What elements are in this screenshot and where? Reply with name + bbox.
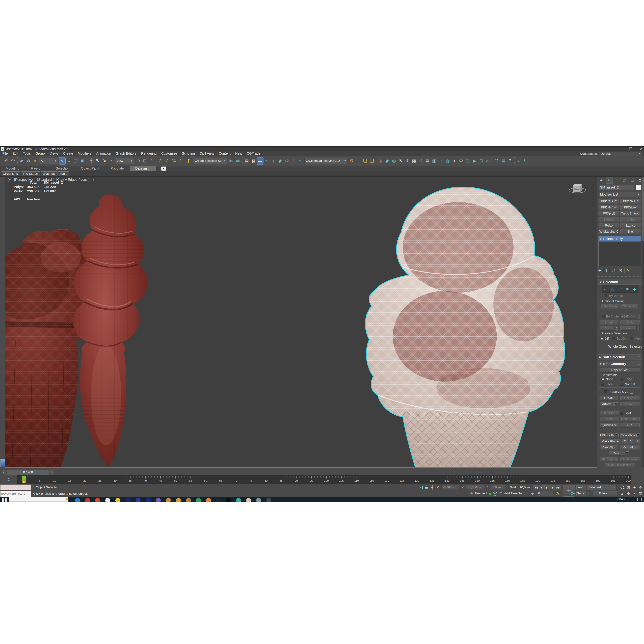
undo-icon[interactable]: ↶: [3, 157, 10, 165]
ribbon-subtab-direct-link[interactable]: Direct Link: [1, 171, 20, 176]
ribbon-tab-datasmith[interactable]: Datasmith: [130, 166, 156, 171]
taskbar-app-icon[interactable]: [75, 498, 80, 502]
modifier-button-extrude[interactable]: Extrude: [599, 217, 619, 222]
moon-icon[interactable]: ☾: [522, 157, 529, 165]
taskbar-app-icon[interactable]: [95, 498, 100, 502]
modifier-button-ffd-2x2x2[interactable]: FFD 2x2x2: [599, 199, 619, 204]
time-slider-value[interactable]: 0 / 200: [7, 470, 49, 475]
play-button[interactable]: ▶: [544, 485, 550, 490]
attach-settings-button[interactable]: [614, 402, 618, 406]
select-and-place-icon[interactable]: ◔: [108, 157, 115, 165]
modifier-button-relax[interactable]: Relax: [599, 223, 619, 228]
menu-cgtrader[interactable]: CGTrader: [245, 152, 264, 155]
grid-align-button[interactable]: Grid Align: [620, 445, 640, 450]
ring-button[interactable]: Ring: [600, 326, 614, 331]
curve-editor-icon[interactable]: ∿: [263, 157, 270, 165]
menu-rendering[interactable]: Rendering: [139, 152, 159, 155]
itoo-forest-icon[interactable]: ⇈: [493, 157, 500, 165]
remove-modifier-icon[interactable]: ✖: [619, 268, 622, 273]
taskbar-app-icon[interactable]: [125, 498, 130, 502]
ribbon-tab-object-paint[interactable]: Object Paint: [75, 166, 105, 171]
hide-selected-button[interactable]: Hide Selected: [600, 457, 618, 462]
preview-subobj-radio[interactable]: [612, 337, 615, 340]
mirror-icon[interactable]: ⋈: [228, 157, 235, 165]
backface-button[interactable]: Backface: [601, 304, 619, 309]
menu-group[interactable]: Group: [33, 152, 47, 155]
restore-button[interactable]: ❐: [629, 147, 632, 151]
mini-curve-editor-icon[interactable]: ≡∿: [5, 476, 12, 483]
x-coordinate-field[interactable]: -8,666cm: [441, 485, 459, 490]
modifier-stack[interactable]: ▶ Editable Poly: [599, 236, 641, 266]
menu-animation[interactable]: Animation: [94, 152, 113, 155]
select-and-scale-icon[interactable]: ⇲: [101, 157, 108, 165]
itoo-library-icon[interactable]: ▤: [500, 157, 507, 165]
menu-edit[interactable]: Edit: [10, 152, 20, 155]
msmooth-settings-button[interactable]: [615, 434, 619, 437]
polygon-icon[interactable]: ■: [626, 287, 629, 291]
slice-plane-button[interactable]: Slice Plane: [600, 411, 619, 415]
minimized-window-icon[interactable]: [1, 459, 5, 467]
render-production-icon[interactable]: ♨: [297, 157, 304, 165]
set-key-mode-button[interactable]: Set K.: [576, 491, 586, 496]
z-coordinate-field[interactable]: 0,0cm: [491, 485, 505, 490]
menu-tools[interactable]: Tools: [21, 152, 33, 155]
add-camera-icon[interactable]: ◉: [384, 157, 391, 165]
modifier-button-turbosmooth[interactable]: TurboSmooth: [620, 211, 641, 216]
motion-tab-icon[interactable]: ◎: [621, 177, 628, 184]
add-time-tag-text[interactable]: Add Time Tag: [504, 492, 524, 495]
taskbar-app-icon[interactable]: [186, 498, 191, 502]
named-selection-sets-dropdown[interactable]: Create Selection Set▼: [193, 158, 227, 164]
msmooth-button[interactable]: MSmooth: [600, 433, 614, 438]
taskbar-app-icon[interactable]: [115, 498, 120, 502]
plugin-tree-list-icon[interactable]: ▤: [424, 157, 431, 165]
menu-file[interactable]: File: [0, 152, 10, 155]
modifier-button-ffd-box-[interactable]: FFD(box): [620, 205, 641, 210]
attach-button[interactable]: Attach: [600, 402, 614, 407]
element-icon[interactable]: ◆: [633, 287, 636, 291]
create-tab-icon[interactable]: +: [598, 177, 605, 184]
preserve-uvs-settings-button[interactable]: [630, 390, 633, 394]
panel-scrollbar[interactable]: [642, 177, 644, 467]
zoom-extents-all-icon[interactable]: ❖: [638, 485, 643, 490]
plugin-window-play-icon[interactable]: ▶: [471, 157, 478, 165]
menu-civil-view[interactable]: Civil View: [197, 152, 216, 155]
macro-recorder-field[interactable]: [0, 485, 31, 490]
by-angle-value[interactable]: 45,0: [621, 314, 636, 319]
absolute-mode-icon[interactable]: ╋: [430, 485, 435, 490]
detach-button[interactable]: Detach: [620, 402, 640, 407]
taskbar-app-icon[interactable]: [226, 498, 231, 502]
taskbar-search-box[interactable]: [9, 497, 68, 502]
plugin-checker-tree-icon[interactable]: ▦: [411, 157, 417, 165]
make-unique-icon[interactable]: ❍: [611, 268, 615, 273]
open-folder-icon[interactable]: ❐: [355, 157, 362, 165]
ribbon-overflow-icon[interactable]: ▼: [161, 167, 166, 171]
windows-taskbar[interactable]: 11:43: [0, 497, 644, 502]
hierarchy-tab-icon[interactable]: ∴: [613, 177, 620, 184]
ribbon-toggle-icon[interactable]: ▬: [257, 157, 263, 165]
isolate-selection-icon[interactable]: [418, 485, 423, 490]
taskbar-app-icon[interactable]: [216, 498, 221, 502]
toggle-layer-explorer-icon[interactable]: ▦: [250, 157, 257, 165]
use-pivot-point-center-icon[interactable]: ⊕: [135, 157, 142, 165]
import-link-icon[interactable]: ❏: [362, 157, 368, 165]
next-frame-button[interactable]: |▶: [550, 485, 555, 490]
reference-coordinate-system-dropdown[interactable]: View▼: [115, 158, 134, 164]
ring-spinner[interactable]: ▲▼: [615, 326, 618, 331]
taskbar-app-icon[interactable]: [246, 498, 251, 502]
taskbar-app-icon[interactable]: [136, 498, 141, 502]
show-desktop-icon[interactable]: [637, 498, 642, 501]
keyboard-shortcut-override-icon[interactable]: ⇧: [148, 157, 155, 165]
material-editor-icon[interactable]: ◉: [277, 157, 284, 165]
select-and-link-icon[interactable]: ∞: [18, 157, 25, 165]
tessellate-settings-button[interactable]: [636, 434, 640, 437]
by-angle-checkbox[interactable]: [602, 315, 605, 318]
stack-item-editable-poly[interactable]: ▶ Editable Poly: [599, 236, 641, 242]
ribbon-subtab-file-export[interactable]: File Export: [21, 171, 40, 176]
selection-lock-icon[interactable]: [424, 485, 429, 490]
export-link-icon[interactable]: ❏: [368, 157, 375, 165]
ribbon-subtab-tools[interactable]: Tools: [58, 171, 69, 176]
plugin-window-split-icon[interactable]: ◫: [464, 157, 471, 165]
taskbar-app-icon[interactable]: [196, 498, 201, 502]
time-configuration-icon[interactable]: ◷⚙: [555, 491, 560, 496]
menu-content[interactable]: Content: [216, 152, 233, 155]
